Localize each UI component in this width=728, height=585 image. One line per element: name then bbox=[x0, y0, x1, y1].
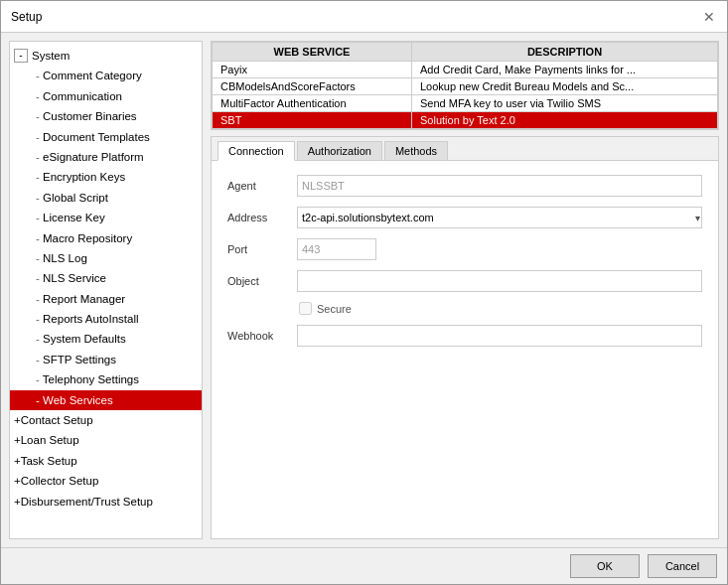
cancel-button[interactable]: Cancel bbox=[648, 554, 717, 578]
tree-leaf-global-script[interactable]: Global Script bbox=[10, 188, 202, 208]
webhook-label: Webhook bbox=[227, 330, 297, 342]
window-title: Setup bbox=[11, 10, 42, 24]
tree-panel[interactable]: - System Comment Category Communication … bbox=[9, 41, 203, 539]
table-row[interactable]: CBModelsAndScoreFactors Lookup new Credi… bbox=[213, 78, 718, 95]
tab-bar: Connection Authorization Methods bbox=[212, 137, 718, 161]
address-select[interactable]: t2c-api.solutionsbytext.com bbox=[297, 207, 702, 228]
object-input[interactable] bbox=[297, 270, 702, 292]
port-row: Port bbox=[227, 238, 702, 260]
tree-leaf-license-key[interactable]: License Key bbox=[10, 208, 202, 227]
main-content: - System Comment Category Communication … bbox=[1, 33, 727, 547]
task-setup-expander[interactable]: + bbox=[14, 452, 21, 470]
tree-leaf-encryption-keys[interactable]: Encryption Keys bbox=[10, 167, 202, 187]
agent-label: Agent bbox=[227, 180, 297, 192]
disbursement-parent[interactable]: + Disbursement/Trust Setup bbox=[10, 492, 202, 512]
service-name: CBModelsAndScoreFactors bbox=[213, 78, 412, 95]
col-description: DESCRIPTION bbox=[412, 43, 718, 62]
port-label: Port bbox=[227, 243, 297, 255]
footer: OK Cancel bbox=[1, 547, 727, 584]
tree-leaf-document-templates[interactable]: Document Templates bbox=[10, 127, 202, 147]
tab-authorization[interactable]: Authorization bbox=[297, 141, 382, 160]
service-description: Add Credit Card, Make Payments links for… bbox=[412, 62, 718, 78]
title-bar: Setup ✕ bbox=[1, 1, 727, 33]
secure-row: Secure bbox=[227, 302, 702, 315]
webhook-input[interactable] bbox=[297, 325, 702, 347]
tab-connection[interactable]: Connection bbox=[218, 141, 295, 161]
service-description: Solution by Text 2.0 bbox=[412, 112, 718, 129]
tab-methods[interactable]: Methods bbox=[384, 141, 448, 160]
collector-setup-expander[interactable]: + bbox=[14, 472, 21, 490]
service-name: SBT bbox=[213, 112, 412, 129]
agent-row: Agent bbox=[227, 175, 702, 197]
table-row-selected[interactable]: SBT Solution by Text 2.0 bbox=[213, 112, 718, 129]
close-button[interactable]: ✕ bbox=[701, 9, 717, 25]
right-panel: WEB SERVICE DESCRIPTION Payix Add Credit… bbox=[211, 41, 719, 539]
loan-setup-expander[interactable]: + bbox=[14, 431, 21, 449]
tabs-container: Connection Authorization Methods Agent A… bbox=[211, 136, 719, 539]
tree-leaf-telephony-settings[interactable]: Telephony Settings bbox=[10, 369, 202, 389]
tree-leaf-report-manager[interactable]: Report Manager bbox=[10, 289, 202, 309]
contact-setup-expander[interactable]: + bbox=[14, 411, 21, 429]
tree-leaf-reports-autoinstall[interactable]: Reports AutoInstall bbox=[10, 309, 202, 329]
object-row: Object bbox=[227, 270, 702, 292]
system-label: System bbox=[32, 47, 70, 65]
secure-checkbox[interactable] bbox=[299, 302, 312, 315]
tree-leaf-esignature[interactable]: eSignature Platform bbox=[10, 147, 202, 167]
contact-setup-label: Contact Setup bbox=[21, 411, 93, 429]
system-parent[interactable]: - System bbox=[10, 46, 202, 66]
service-description: Lookup new Credit Bureau Models and Sc..… bbox=[412, 78, 718, 95]
table-row[interactable]: MultiFactor Authentication Send MFA key … bbox=[213, 95, 718, 112]
tree-leaf-customer-binaries[interactable]: Customer Binaries bbox=[10, 106, 202, 126]
service-name: MultiFactor Authentication bbox=[213, 95, 412, 112]
tree-leaf-macro-repository[interactable]: Macro Repository bbox=[10, 228, 202, 248]
setup-window: Setup ✕ - System Comment Category Commun… bbox=[0, 0, 728, 585]
tree-leaf-web-services[interactable]: Web Services bbox=[10, 390, 202, 410]
task-setup-label: Task Setup bbox=[21, 452, 77, 470]
loan-setup-label: Loan Setup bbox=[21, 431, 79, 449]
collector-setup-parent[interactable]: + Collector Setup bbox=[10, 471, 202, 491]
agent-input[interactable] bbox=[297, 175, 702, 197]
task-setup-parent[interactable]: + Task Setup bbox=[10, 451, 202, 471]
system-group: - System Comment Category Communication … bbox=[10, 46, 202, 410]
tree-leaf-nls-service[interactable]: NLS Service bbox=[10, 268, 202, 288]
service-name: Payix bbox=[213, 62, 412, 78]
system-children: Comment Category Communication Customer … bbox=[10, 66, 202, 410]
system-expander[interactable]: - bbox=[14, 49, 28, 63]
object-label: Object bbox=[227, 275, 297, 287]
service-description: Send MFA key to user via Twilio SMS bbox=[412, 95, 718, 112]
ok-button[interactable]: OK bbox=[570, 554, 640, 578]
tree-leaf-nls-log[interactable]: NLS Log bbox=[10, 248, 202, 268]
contact-setup-parent[interactable]: + Contact Setup bbox=[10, 410, 202, 430]
disbursement-expander[interactable]: + bbox=[14, 493, 21, 511]
tab-content-connection: Agent Address t2c-api.solutionsbytext.co… bbox=[212, 161, 718, 538]
table-row[interactable]: Payix Add Credit Card, Make Payments lin… bbox=[213, 62, 718, 78]
tree-leaf-comment-category[interactable]: Comment Category bbox=[10, 66, 202, 85]
services-table: WEB SERVICE DESCRIPTION Payix Add Credit… bbox=[211, 41, 719, 130]
tree-leaf-sftp-settings[interactable]: SFTP Settings bbox=[10, 350, 202, 369]
loan-setup-parent[interactable]: + Loan Setup bbox=[10, 430, 202, 450]
address-label: Address bbox=[227, 212, 297, 223]
tree-leaf-system-defaults[interactable]: System Defaults bbox=[10, 329, 202, 349]
secure-label: Secure bbox=[317, 303, 352, 315]
address-select-wrapper: t2c-api.solutionsbytext.com ▾ bbox=[297, 207, 702, 228]
tree-leaf-communication[interactable]: Communication bbox=[10, 86, 202, 106]
collector-setup-label: Collector Setup bbox=[21, 472, 99, 490]
col-web-service: WEB SERVICE bbox=[213, 43, 412, 62]
disbursement-label: Disbursement/Trust Setup bbox=[21, 493, 153, 511]
port-input[interactable] bbox=[297, 238, 376, 260]
webhook-row: Webhook bbox=[227, 325, 702, 347]
address-row: Address t2c-api.solutionsbytext.com ▾ bbox=[227, 207, 702, 228]
